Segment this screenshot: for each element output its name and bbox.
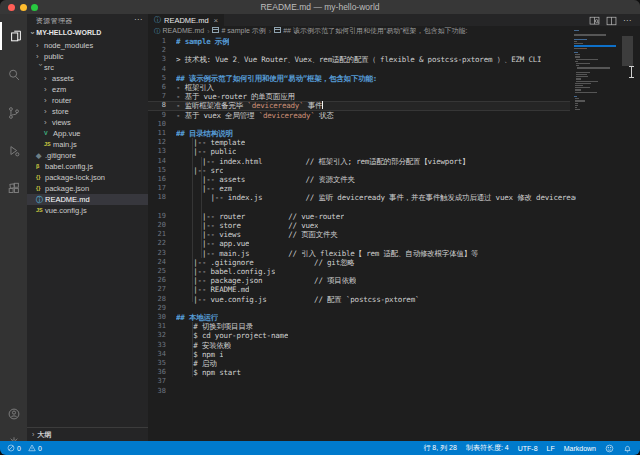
code-line[interactable]: 1# sample 示例 (148, 37, 640, 46)
tree-item-App.vue[interactable]: VApp.vue (27, 128, 148, 139)
code-line[interactable] (148, 203, 640, 212)
tree-item-README.md[interactable]: ⓘREADME.md (27, 194, 148, 205)
editor-code-area[interactable]: 1# sample 示例23> 技术栈: Vue 2、Vue Router、Vu… (148, 36, 640, 441)
extensions-icon[interactable] (0, 175, 27, 203)
cursor-position-status[interactable]: 行 8, 列 28 (423, 443, 456, 453)
code-line[interactable]: 6- 框架引入 (148, 83, 640, 92)
tab-readme[interactable]: ⓘ README.md × (148, 14, 224, 26)
open-preview-icon[interactable] (587, 15, 601, 26)
code-line[interactable]: 23 |-- main.js // 引入 flexible【 rem 适配、自动… (148, 249, 640, 258)
scrollbar-slider[interactable] (622, 36, 633, 66)
run-and-debug-icon[interactable] (0, 137, 27, 165)
code-line[interactable]: 24 |-- .gitignore // git忽略 (148, 258, 640, 267)
code-line[interactable]: 36 $ npm start (148, 368, 640, 377)
breadcrumb-item[interactable]: # sample 示例 (212, 26, 265, 36)
tree-item-label: views (52, 117, 71, 128)
minimap-line (575, 54, 580, 55)
tree-item-router[interactable]: ›router (27, 95, 148, 106)
outline-section-header[interactable]: ›大纲 (27, 427, 148, 441)
search-icon[interactable] (0, 61, 27, 89)
tree-item-src[interactable]: ›src (27, 62, 148, 73)
code-line[interactable]: 32 $ cd your-project-name (148, 331, 640, 340)
close-tab-icon[interactable]: × (214, 16, 219, 25)
code-line[interactable]: 3> 技术栈: Vue 2、Vue Router、Vuex、rem适配的配置（ … (148, 55, 640, 64)
code-line[interactable]: 18 |-- index.js // 监听 deviceready 事件，并在事… (148, 193, 640, 202)
tree-item-node_modules[interactable]: ›node_modules (27, 40, 148, 51)
line-text: |-- public (176, 147, 236, 156)
code-line[interactable]: 2 (148, 46, 640, 55)
tree-item-assets[interactable]: ›assets (27, 73, 148, 84)
minimap[interactable] (574, 30, 616, 118)
code-line[interactable]: 26 |-- package.json // 项目依赖 (148, 276, 640, 285)
source-control-icon[interactable] (0, 99, 27, 127)
workspace-section-header[interactable]: ›MY-HELLO-WORLD (27, 27, 148, 39)
code-line[interactable]: 5## 该示例示范了如何引用和使用“易动”框架，包含如下功能: (148, 74, 640, 83)
tree-item-label: node_modules (44, 40, 93, 51)
line-text: - 基于 vue-router 的单页面应用 (176, 92, 295, 101)
breadcrumb[interactable]: ⓘREADME.md›# sample 示例›## 该示例示范了如何引用和使用“… (148, 26, 640, 36)
tree-item-vue.config.js[interactable]: JSvue.config.js (27, 205, 148, 216)
tree-item-babel.config.js[interactable]: βbabel.config.js (27, 161, 148, 172)
tree-item-public[interactable]: ›public (27, 51, 148, 62)
tree-item-package-lock.json[interactable]: {}package-lock.json (27, 172, 148, 183)
code-line[interactable]: 31 # 切换到项目目录 (148, 322, 640, 331)
split-editor-icon[interactable] (604, 15, 618, 26)
code-line[interactable]: 16 |-- assets // 资源文件夹 (148, 175, 640, 184)
code-line[interactable]: 20 |-- store // vuex (148, 221, 640, 230)
tree-item-package.json[interactable]: {}package.json (27, 183, 148, 194)
code-line[interactable]: 10 (148, 120, 640, 129)
indentation-status[interactable]: 制表符长度: 4 (466, 443, 509, 453)
code-line[interactable]: 22 |-- app.vue (148, 239, 640, 248)
code-line[interactable]: 17 |-- ezm (148, 184, 640, 193)
code-line[interactable]: 13 |-- public (148, 147, 640, 156)
eol-status[interactable]: LF (547, 445, 555, 452)
breadcrumb-item[interactable]: ## 该示例示范了如何引用和使用“易动”框架，包含如下功能: (274, 26, 467, 36)
code-line[interactable]: 11## 目录结构说明 (148, 129, 640, 138)
code-line[interactable]: 37 (148, 377, 640, 386)
tree-item-views[interactable]: ›views (27, 117, 148, 128)
code-line[interactable]: 33 # 安装依赖 (148, 341, 640, 350)
language-mode-status[interactable]: Markdown (564, 445, 596, 452)
code-line[interactable]: 38 (148, 387, 640, 396)
line-number: 29 (148, 304, 166, 313)
code-line[interactable]: 28 |-- vue.config.js // 配置 `postcss-pxto… (148, 295, 640, 304)
line-number: 27 (148, 285, 166, 294)
errors-status[interactable]: 0 (7, 444, 21, 452)
feedback-smiley-icon[interactable] (605, 444, 614, 453)
breadcrumb-item[interactable]: ⓘREADME.md (154, 27, 204, 36)
code-line[interactable]: 29 (148, 304, 640, 313)
chevron-right-icon: › (44, 84, 52, 95)
more-editor-actions-icon[interactable]: ⋯ (620, 15, 634, 26)
code-line[interactable]: 34 $ npm i (148, 350, 640, 359)
code-line[interactable]: 9- 基于 vuex 全局管理 `deviceready` 状态 (148, 111, 640, 120)
tree-item-label: src (44, 62, 54, 73)
notifications-bell-icon[interactable] (623, 444, 632, 453)
tree-item-.gitignore[interactable]: ◆.gitignore (27, 150, 148, 161)
minimap-line (575, 92, 596, 93)
code-line[interactable]: 27 |-- README.md (148, 285, 640, 294)
code-line[interactable]: 30## 本地运行 (148, 313, 640, 322)
code-line[interactable]: 4 (148, 65, 640, 74)
tree-item-ezm[interactable]: ›ezm (27, 84, 148, 95)
code-line[interactable]: 12 |-- template (148, 138, 640, 147)
status-bar: 0 0 行 8, 列 28 制表符长度: 4 UTF-8 LF Markdown (0, 441, 640, 455)
code-line[interactable]: 21 |-- views // 页面文件夹 (148, 230, 640, 239)
code-line[interactable]: 19 |-- router // vue-router (148, 212, 640, 221)
code-line[interactable]: 25 |-- babel.config.js (148, 267, 640, 276)
encoding-status[interactable]: UTF-8 (518, 445, 538, 452)
code-line[interactable]: 8- 监听框架准备完毕 `deviceready` 事件 (148, 101, 640, 110)
tree-item-label: main.js (53, 139, 77, 150)
tree-item-main.js[interactable]: JSmain.js (27, 139, 148, 150)
title-bar[interactable]: README.md — my-hello-world (0, 0, 640, 15)
code-line[interactable]: 7- 基于 vue-router 的单页面应用 (148, 92, 640, 101)
breadcrumb-label: ## 该示例示范了如何引用和使用“易动”框架，包含如下功能: (283, 27, 467, 34)
explorer-icon[interactable] (0, 22, 29, 50)
code-line[interactable]: 15 |-- src (148, 166, 640, 175)
code-line[interactable]: 35 # 启动 (148, 359, 640, 368)
tree-item-store[interactable]: ›store (27, 106, 148, 117)
account-icon[interactable] (0, 400, 27, 428)
line-number: 14 (148, 157, 166, 166)
code-line[interactable]: 14 |-- index.html // 框架引入; rem适配的部分配置【vi… (148, 157, 640, 166)
warnings-status[interactable]: 0 (28, 444, 42, 452)
sidebar-more-actions-icon[interactable]: ⋯ (134, 14, 142, 26)
